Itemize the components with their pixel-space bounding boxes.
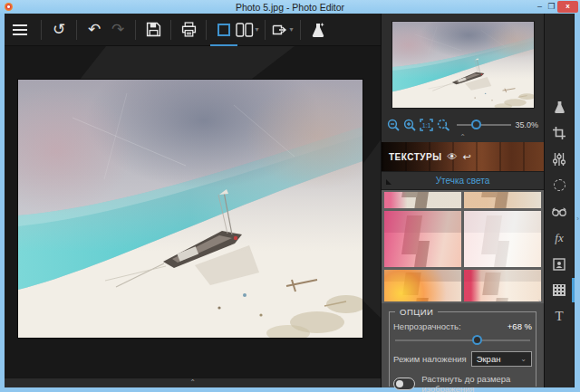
navigator-preview[interactable] — [382, 14, 544, 114]
zoom-value: 35.0% — [515, 120, 538, 129]
texture-thumb-6[interactable] — [464, 270, 541, 301]
zoom-slider-handle[interactable] — [471, 120, 481, 129]
magic-flask-icon[interactable] — [306, 17, 330, 43]
opacity-slider[interactable] — [395, 333, 530, 347]
eye-icon[interactable]: 👁 — [448, 151, 458, 162]
compare-chevron-icon[interactable]: ▾ — [255, 25, 258, 33]
stretch-toggle[interactable] — [393, 378, 415, 390]
right-panel: 1:1 35.0% ⌃ ТЕКСТУРЫ 👁 ↩ Утечка све — [381, 14, 544, 387]
edited-photo[interactable] — [18, 80, 362, 338]
options-legend: ОПЦИИ — [395, 307, 438, 317]
tools-sidebar: fx T › — [544, 14, 574, 387]
textures-banner-label: ТЕКСТУРЫ — [389, 152, 442, 162]
texture-thumb-4-selected[interactable] — [464, 211, 541, 267]
print-icon[interactable] — [177, 17, 200, 43]
minimize-button[interactable]: – — [534, 1, 546, 13]
blend-mode-select[interactable]: Экран ⌄ — [471, 351, 532, 367]
stretch-label: Растянуть до размера изображения — [421, 374, 532, 392]
reset-icon[interactable]: ↩ — [463, 151, 471, 163]
zoom-controls: 1:1 35.0% — [382, 114, 544, 135]
titlebar[interactable]: Photo 5.jpg - Photo Editor – ❐ x — [0, 0, 580, 14]
compare-view-icon[interactable]: ▾ — [236, 17, 259, 43]
collapse-navigator-icon[interactable]: ⌃ — [382, 135, 544, 142]
blend-mode-label: Режим наложения — [393, 354, 467, 364]
opacity-value: +68 % — [508, 321, 532, 331]
zoom-in-icon[interactable] — [403, 118, 416, 131]
export-icon[interactable]: ▾ — [271, 17, 295, 43]
text-tool-icon[interactable]: T — [545, 303, 575, 330]
forward-icon: ↷ — [106, 17, 130, 43]
select-chevron-icon: ⌄ — [520, 355, 527, 363]
single-view-icon[interactable] — [212, 17, 236, 43]
opacity-label: Непрозрачность: — [393, 321, 461, 331]
adjust-icon[interactable] — [545, 146, 575, 172]
app-window: Photo 5.jpg - Photo Editor – ❐ x ↺ ↶ ↷ — [0, 0, 580, 392]
undo-icon[interactable]: ↺ — [47, 17, 71, 43]
back-icon[interactable]: ↶ — [82, 17, 106, 43]
retouch-icon[interactable] — [545, 198, 575, 225]
lightleak-group-title: Утечка света — [382, 176, 544, 186]
toolbar: ↺ ↶ ↷ ▾ — [5, 14, 381, 46]
frames-icon[interactable] — [545, 251, 575, 277]
texture-thumb-2[interactable] — [464, 192, 541, 208]
opacity-slider-handle[interactable] — [472, 335, 482, 345]
image-canvas[interactable] — [5, 46, 381, 378]
actual-size-icon[interactable]: 1:1 — [420, 118, 433, 131]
window-title: Photo 5.jpg - Photo Editor — [0, 2, 580, 13]
navigator-thumbnail[interactable] — [392, 22, 534, 108]
selection-icon[interactable] — [545, 172, 575, 198]
zoom-slider[interactable] — [457, 118, 511, 131]
svg-text:1:1: 1:1 — [422, 122, 431, 129]
texture-thumb-1[interactable] — [384, 192, 461, 208]
options-panel: ОПЦИИ Непрозрачность: +68 % Режим наложе… — [382, 303, 544, 387]
collapse-group-icon[interactable] — [386, 179, 392, 185]
zoom-out-icon[interactable] — [387, 118, 400, 131]
magic-enhance-icon[interactable] — [545, 93, 575, 120]
textures-banner[interactable]: ТЕКСТУРЫ 👁 ↩ — [382, 142, 544, 171]
menu-button[interactable] — [5, 14, 35, 46]
expand-strip-icon[interactable]: ⌃ — [189, 380, 196, 386]
effects-icon[interactable]: fx — [545, 225, 575, 251]
close-button[interactable]: x — [557, 1, 578, 13]
texture-thumb-5[interactable] — [384, 270, 461, 301]
crop-icon[interactable] — [545, 120, 575, 146]
fit-to-screen-icon[interactable] — [437, 118, 450, 131]
texture-thumbnail-grid: ⌄ — [382, 190, 544, 303]
panel-collapse-chevron[interactable]: › — [576, 215, 579, 223]
canvas-bottom-bar[interactable]: ⌃ — [5, 378, 381, 387]
scroll-down-icon[interactable]: ⌄ — [536, 295, 543, 303]
textures-icon[interactable] — [545, 277, 575, 303]
export-chevron-icon[interactable]: ▾ — [289, 25, 293, 33]
maximize-button[interactable]: ❐ — [546, 1, 557, 13]
save-icon[interactable] — [141, 17, 165, 43]
texture-thumb-3[interactable] — [384, 211, 461, 267]
blend-mode-value: Экран — [477, 354, 501, 364]
lightleak-group-header[interactable]: Утечка света — [382, 171, 544, 190]
